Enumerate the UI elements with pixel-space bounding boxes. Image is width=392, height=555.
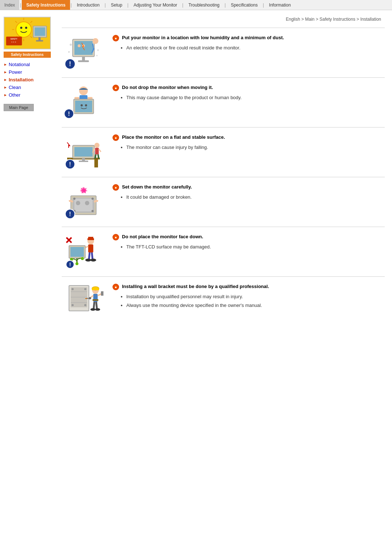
breadcrumb-main[interactable]: Main bbox=[305, 17, 315, 22]
breadcrumb-sep-1: > bbox=[301, 17, 305, 22]
svg-rect-117 bbox=[101, 291, 103, 296]
svg-point-67 bbox=[76, 201, 80, 205]
instruction-title-wall-bracket: Installing a wall bracket must be done b… bbox=[122, 283, 269, 290]
instruction-heading-face-down: ● Do not place the monitor face down. bbox=[113, 234, 385, 240]
svg-text:SAFETY: SAFETY bbox=[11, 38, 18, 40]
arrow-icon-clean: ► bbox=[4, 85, 7, 89]
instruction-bullets-drop: This may cause damage to the product or … bbox=[113, 94, 385, 101]
logo-illustration: SAFETY ★ ★ ★ bbox=[4, 17, 50, 49]
svg-point-111 bbox=[95, 308, 100, 311]
svg-point-1 bbox=[16, 22, 32, 37]
instruction-bullets-face-down: The TFT-LCD surface may be damaged. bbox=[113, 243, 385, 251]
svg-line-109 bbox=[96, 302, 97, 309]
instruction-bullet-flat-1: The monitor can cause injury by falling. bbox=[126, 144, 385, 151]
caution-icon-wall-bracket: ● bbox=[113, 284, 119, 290]
instruction-text-drop: ● Do not drop the monitor when moving it… bbox=[113, 84, 385, 103]
svg-point-56 bbox=[94, 143, 99, 148]
nav-item-safety-instructions[interactable]: Safety Instructions bbox=[22, 0, 70, 10]
sidebar-item-notational[interactable]: ► Notational bbox=[4, 61, 54, 68]
svg-point-31 bbox=[93, 38, 98, 44]
svg-point-110 bbox=[90, 308, 95, 311]
svg-text:★ ★ ★: ★ ★ ★ bbox=[11, 41, 16, 43]
svg-point-10 bbox=[20, 27, 23, 29]
svg-rect-79 bbox=[88, 244, 93, 252]
instruction-bullets-careful: It could be damaged or broken. bbox=[113, 194, 385, 201]
instruction-text-careful: ● Set down the monitor carefully. It cou… bbox=[113, 184, 385, 202]
instruction-text-wall-bracket: ● Installing a wall bracket must be done… bbox=[113, 283, 385, 310]
instruction-text-flat: ● Place the monitor on a flat and stable… bbox=[113, 134, 385, 153]
svg-point-28 bbox=[97, 49, 99, 51]
svg-rect-51 bbox=[94, 159, 98, 167]
svg-rect-86 bbox=[70, 247, 84, 257]
instruction-bullet-face-down-1: The TFT-LCD surface may be damaged. bbox=[126, 243, 385, 251]
breadcrumb-safety[interactable]: Safety Instructions bbox=[319, 17, 355, 22]
svg-point-82 bbox=[85, 259, 91, 262]
svg-point-45 bbox=[81, 104, 83, 106]
sidebar-item-power[interactable]: ► Power bbox=[4, 68, 54, 76]
sidebar-link-notational[interactable]: Notational bbox=[9, 62, 30, 67]
nav-item-introduction[interactable]: Introduction bbox=[73, 0, 104, 10]
instruction-image-face-down: ! bbox=[62, 234, 105, 270]
instruction-title-dust: Put your monitor in a location with low … bbox=[122, 35, 284, 41]
svg-rect-78 bbox=[88, 237, 93, 239]
svg-line-61 bbox=[98, 154, 99, 159]
nav-item-information[interactable]: Information bbox=[265, 0, 295, 10]
nav-bar: Index | Safety Instructions | Introducti… bbox=[0, 0, 392, 10]
instruction-bullet-wall-bracket-2: Always use the mounting device specified… bbox=[126, 302, 385, 309]
svg-line-108 bbox=[94, 302, 94, 309]
sidebar-item-installation[interactable]: ► Installation bbox=[4, 76, 54, 84]
nav-item-index[interactable]: Index bbox=[0, 0, 19, 10]
sidebar-link-clean[interactable]: Clean bbox=[9, 85, 21, 90]
svg-rect-18 bbox=[36, 40, 43, 41]
svg-text:!: ! bbox=[69, 262, 71, 267]
svg-point-46 bbox=[85, 104, 87, 106]
instruction-text-dust: ● Put your monitor in a location with lo… bbox=[113, 35, 385, 53]
instruction-bullets-dust: An electric shock or fire could result i… bbox=[113, 44, 385, 52]
instruction-image-drop: ! bbox=[62, 84, 105, 121]
instruction-title-face-down: Do not place the monitor face down. bbox=[122, 234, 203, 240]
nav-sep-6: | bbox=[224, 3, 226, 8]
svg-point-115 bbox=[89, 297, 91, 299]
svg-rect-57 bbox=[95, 148, 99, 154]
instruction-bullet-careful-1: It could be damaged or broken. bbox=[126, 194, 385, 201]
svg-point-30 bbox=[96, 55, 98, 56]
content-area: English > Main > Safety Instructions > I… bbox=[58, 14, 392, 333]
caution-icon-dust: ● bbox=[113, 35, 119, 41]
sidebar-link-power[interactable]: Power bbox=[9, 69, 22, 75]
nav-item-adjusting[interactable]: Adjusting Your Monitor bbox=[129, 0, 181, 10]
svg-line-59 bbox=[99, 149, 101, 152]
nav-item-specifications[interactable]: Specifications bbox=[226, 0, 262, 10]
instruction-image-dust: ! bbox=[62, 35, 105, 71]
sidebar: SAFETY ★ ★ ★ Safety Instructions ► Notat… bbox=[0, 14, 58, 333]
caution-icon-careful: ● bbox=[113, 184, 119, 191]
sidebar-item-other[interactable]: ► Other bbox=[4, 91, 54, 99]
svg-point-70 bbox=[91, 198, 94, 200]
svg-line-81 bbox=[92, 252, 93, 259]
illustration-dust: ! bbox=[64, 36, 103, 70]
svg-rect-55 bbox=[79, 161, 88, 162]
svg-rect-42 bbox=[87, 97, 93, 99]
instruction-image-careful: ! bbox=[62, 184, 105, 220]
nav-item-troubleshooting[interactable]: Troubleshooting bbox=[184, 0, 224, 10]
breadcrumb-english[interactable]: English bbox=[286, 17, 300, 22]
instruction-title-drop: Do not drop the monitor when moving it. bbox=[122, 84, 213, 91]
breadcrumb-sep-2: > bbox=[316, 17, 319, 22]
instruction-bullet-dust-1: An electric shock or fire could result i… bbox=[126, 44, 385, 52]
sidebar-link-installation[interactable]: Installation bbox=[9, 77, 34, 82]
sidebar-link-other[interactable]: Other bbox=[9, 92, 21, 98]
caution-icon-drop: ● bbox=[113, 85, 119, 91]
nav-item-setup[interactable]: Setup bbox=[106, 0, 126, 10]
nav-sep-1: | bbox=[19, 3, 22, 8]
svg-point-72 bbox=[91, 210, 94, 212]
arrow-icon-other: ► bbox=[4, 93, 7, 97]
nav-sep-5: | bbox=[181, 3, 184, 8]
arrow-icon-power: ► bbox=[4, 70, 7, 74]
instruction-title-flat: Place the monitor on a flat and stable s… bbox=[122, 134, 225, 141]
svg-point-101 bbox=[72, 304, 74, 306]
svg-rect-105 bbox=[92, 289, 99, 290]
main-page-button[interactable]: Main Page bbox=[4, 104, 34, 111]
svg-rect-107 bbox=[93, 299, 98, 301]
sidebar-item-clean[interactable]: ► Clean bbox=[4, 84, 54, 91]
nav-sep-2: | bbox=[70, 3, 73, 8]
svg-rect-41 bbox=[74, 97, 79, 99]
